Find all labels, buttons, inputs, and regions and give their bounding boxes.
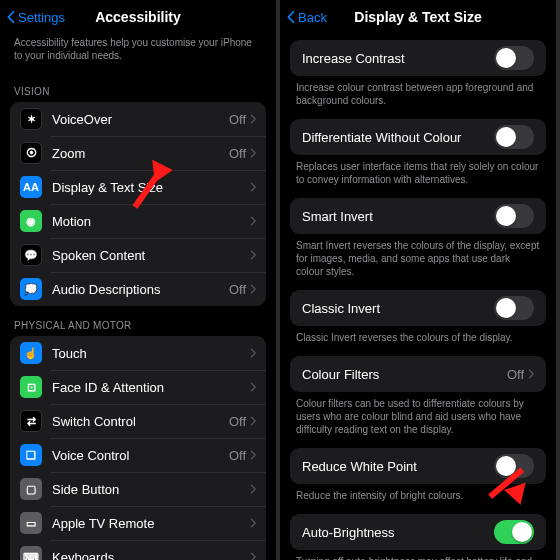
setting-row[interactable]: Colour FiltersOff (290, 356, 546, 392)
settings-row-faceid[interactable]: ⊡Face ID & Attention (10, 370, 266, 404)
row-label: Touch (52, 346, 250, 361)
chevron-right-icon (250, 114, 256, 124)
page-title: Accessibility (95, 9, 181, 25)
display-text-size-screen: Back Display & Text Size Increase Contra… (280, 0, 556, 560)
back-button[interactable]: Settings (6, 10, 65, 25)
row-status: Off (507, 367, 524, 382)
voice-icon: ❏ (20, 444, 42, 466)
row-label: VoiceOver (52, 112, 229, 127)
chevron-left-icon (286, 10, 296, 24)
setting-row[interactable]: Reduce White Point (290, 448, 546, 484)
row-label: Colour Filters (302, 367, 507, 382)
row-label: Spoken Content (52, 248, 250, 263)
settings-row-spoken[interactable]: 💬Spoken Content (10, 238, 266, 272)
row-label: Display & Text Size (52, 180, 250, 195)
setting-row[interactable]: Increase Contrast (290, 40, 546, 76)
row-status: Off (229, 112, 246, 127)
toggle-switch[interactable] (494, 520, 534, 544)
chevron-right-icon (250, 182, 256, 192)
chevron-right-icon (528, 369, 534, 379)
settings-row-appletv[interactable]: ▭Apple TV Remote (10, 506, 266, 540)
row-description: Smart Invert reverses the colours of the… (280, 234, 556, 290)
settings-row-zoom[interactable]: ⦿ZoomOff (10, 136, 266, 170)
chevron-left-icon (6, 10, 16, 24)
settings-row-audio-desc[interactable]: 💭Audio DescriptionsOff (10, 272, 266, 306)
settings-row-voiceover[interactable]: ✶VoiceOverOff (10, 102, 266, 136)
section-header: PHYSICAL AND MOTOR (0, 306, 276, 336)
intro-text: Accessibility features help you customis… (0, 34, 276, 72)
page-title: Display & Text Size (354, 9, 481, 25)
row-label: Reduce White Point (302, 459, 494, 474)
settings-row-side[interactable]: ▢Side Button (10, 472, 266, 506)
row-label: Smart Invert (302, 209, 494, 224)
settings-row-switch[interactable]: ⇄Switch ControlOff (10, 404, 266, 438)
row-label: Keyboards (52, 550, 250, 561)
back-button[interactable]: Back (286, 10, 327, 25)
faceid-icon: ⊡ (20, 376, 42, 398)
row-label: Differentiate Without Colour (302, 130, 494, 145)
chevron-right-icon (250, 148, 256, 158)
section-header: VISION (0, 72, 276, 102)
display-text-icon: AA (20, 176, 42, 198)
row-description: Turning off auto-brightness may affect b… (280, 550, 556, 560)
settings-row-voice[interactable]: ❏Voice ControlOff (10, 438, 266, 472)
accessibility-screen: Settings Accessibility Accessibility fea… (0, 0, 276, 560)
chevron-right-icon (250, 250, 256, 260)
toggle-switch[interactable] (494, 296, 534, 320)
settings-row-keyboards[interactable]: ⌨Keyboards (10, 540, 266, 560)
switch-icon: ⇄ (20, 410, 42, 432)
audio-desc-icon: 💭 (20, 278, 42, 300)
row-status: Off (229, 414, 246, 429)
setting-row[interactable]: Auto-Brightness (290, 514, 546, 550)
keyboards-icon: ⌨ (20, 546, 42, 560)
row-label: Side Button (52, 482, 250, 497)
back-label: Settings (18, 10, 65, 25)
row-label: Switch Control (52, 414, 229, 429)
setting-row[interactable]: Classic Invert (290, 290, 546, 326)
motion-icon: ◉ (20, 210, 42, 232)
setting-row[interactable]: Differentiate Without Colour (290, 119, 546, 155)
toggle-switch[interactable] (494, 125, 534, 149)
settings-group: ☝Touch⊡Face ID & Attention⇄Switch Contro… (10, 336, 266, 560)
zoom-icon: ⦿ (20, 142, 42, 164)
row-label: Increase Contrast (302, 51, 494, 66)
row-status: Off (229, 282, 246, 297)
chevron-right-icon (250, 518, 256, 528)
row-label: Classic Invert (302, 301, 494, 316)
row-description: Classic Invert reverses the colours of t… (280, 326, 556, 356)
row-description: Replaces user interface items that rely … (280, 155, 556, 198)
toggle-switch[interactable] (494, 454, 534, 478)
chevron-right-icon (250, 416, 256, 426)
chevron-right-icon (250, 284, 256, 294)
side-icon: ▢ (20, 478, 42, 500)
navbar: Settings Accessibility (0, 0, 276, 34)
setting-row[interactable]: Smart Invert (290, 198, 546, 234)
settings-row-motion[interactable]: ◉Motion (10, 204, 266, 238)
row-status: Off (229, 146, 246, 161)
chevron-right-icon (250, 552, 256, 560)
row-label: Face ID & Attention (52, 380, 250, 395)
row-label: Apple TV Remote (52, 516, 250, 531)
back-label: Back (298, 10, 327, 25)
toggle-switch[interactable] (494, 204, 534, 228)
chevron-right-icon (250, 382, 256, 392)
chevron-right-icon (250, 216, 256, 226)
scroll-area[interactable]: Accessibility features help you customis… (0, 34, 276, 560)
settings-row-touch[interactable]: ☝Touch (10, 336, 266, 370)
settings-row-display-text[interactable]: AADisplay & Text Size (10, 170, 266, 204)
settings-group: ✶VoiceOverOff⦿ZoomOffAADisplay & Text Si… (10, 102, 266, 306)
appletv-icon: ▭ (20, 512, 42, 534)
row-description: Reduce the intensity of bright colours. (280, 484, 556, 514)
spoken-icon: 💬 (20, 244, 42, 266)
toggle-switch[interactable] (494, 46, 534, 70)
voiceover-icon: ✶ (20, 108, 42, 130)
chevron-right-icon (250, 450, 256, 460)
touch-icon: ☝ (20, 342, 42, 364)
row-label: Audio Descriptions (52, 282, 229, 297)
row-description: Colour filters can be used to differenti… (280, 392, 556, 448)
chevron-right-icon (250, 484, 256, 494)
row-label: Voice Control (52, 448, 229, 463)
scroll-area[interactable]: Increase ContrastIncrease colour contras… (280, 34, 556, 560)
navbar: Back Display & Text Size (280, 0, 556, 34)
row-label: Zoom (52, 146, 229, 161)
